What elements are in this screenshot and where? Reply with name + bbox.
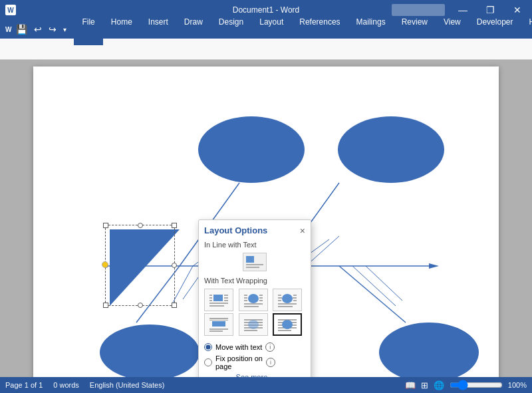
svg-rect-33 bbox=[244, 297, 247, 299]
document-area[interactable]: Layout Options × In Line with Text With … bbox=[0, 60, 532, 377]
svg-rect-34 bbox=[244, 300, 247, 301]
language: English (United States) bbox=[90, 381, 165, 389]
wrap-tight-button[interactable] bbox=[239, 289, 268, 311]
handle-br[interactable] bbox=[172, 303, 177, 308]
view-read-icon[interactable]: 📖 bbox=[405, 380, 416, 390]
tab-mailings[interactable]: Mailings bbox=[348, 14, 394, 45]
ribbon-tabs: File Home Insert Draw Design Layout Refe… bbox=[74, 14, 532, 45]
svg-rect-20 bbox=[246, 264, 263, 265]
svg-rect-47 bbox=[278, 303, 297, 305]
position-options: Move with text i Fix position onpage i bbox=[204, 342, 305, 370]
see-more-link[interactable]: See more... bbox=[204, 373, 305, 377]
popup-title: Layout Options bbox=[204, 225, 267, 235]
inline-wrap-button[interactable] bbox=[243, 253, 267, 271]
tab-help[interactable]: Help bbox=[521, 14, 532, 45]
page-info: Page 1 of 1 bbox=[5, 381, 43, 389]
connector-dot[interactable] bbox=[102, 261, 108, 268]
svg-point-1 bbox=[338, 116, 444, 183]
svg-rect-41 bbox=[278, 295, 281, 296]
svg-point-3 bbox=[100, 325, 200, 377]
svg-rect-45 bbox=[293, 297, 297, 299]
svg-rect-32 bbox=[244, 295, 247, 296]
more-qa-button[interactable]: ▾ bbox=[61, 25, 68, 34]
handle-bm[interactable] bbox=[138, 303, 143, 308]
svg-rect-42 bbox=[278, 297, 282, 299]
tab-view[interactable]: View bbox=[436, 14, 469, 45]
wrap-square-button[interactable] bbox=[204, 289, 233, 311]
svg-line-15 bbox=[173, 266, 193, 303]
tab-home[interactable]: Home bbox=[103, 14, 140, 45]
wrap-through-button[interactable] bbox=[273, 289, 302, 311]
tab-review[interactable]: Review bbox=[394, 14, 436, 45]
svg-point-40 bbox=[282, 294, 293, 303]
svg-rect-29 bbox=[209, 303, 228, 304]
move-info-icon[interactable]: i bbox=[265, 342, 275, 352]
handle-tm[interactable] bbox=[138, 223, 143, 228]
word-count: 0 words bbox=[53, 381, 79, 389]
view-layout-icon[interactable]: ⊞ bbox=[421, 380, 428, 390]
inline-icon-container bbox=[204, 253, 305, 271]
svg-rect-38 bbox=[244, 303, 263, 305]
svg-rect-43 bbox=[278, 300, 281, 301]
svg-point-59 bbox=[248, 320, 259, 329]
svg-point-2 bbox=[379, 323, 479, 377]
layout-options-popup: Layout Options × In Line with Text With … bbox=[198, 219, 311, 377]
wrap-behind-button[interactable] bbox=[239, 313, 268, 336]
svg-line-14 bbox=[339, 266, 406, 323]
handle-tl[interactable] bbox=[103, 223, 108, 228]
move-with-text-option[interactable]: Move with text i bbox=[204, 342, 305, 352]
move-with-text-radio[interactable] bbox=[204, 343, 212, 351]
fix-position-label: Fix position onpage bbox=[215, 354, 263, 370]
svg-rect-35 bbox=[259, 295, 263, 296]
fix-info-icon[interactable]: i bbox=[266, 358, 275, 367]
zoom-slider[interactable] bbox=[450, 380, 503, 390]
svg-point-31 bbox=[248, 294, 259, 303]
zoom-level: 100% bbox=[508, 381, 527, 389]
svg-rect-58 bbox=[244, 330, 257, 331]
tab-draw[interactable]: Draw bbox=[176, 14, 211, 45]
handle-mr[interactable] bbox=[172, 263, 177, 268]
svg-rect-48 bbox=[278, 306, 293, 307]
inline-section-label: In Line with Text bbox=[204, 241, 305, 249]
word-icon: W bbox=[5, 5, 16, 15]
tab-insert[interactable]: Insert bbox=[140, 14, 176, 45]
svg-rect-46 bbox=[293, 300, 297, 301]
redo-qa-button[interactable]: ↪ bbox=[47, 23, 59, 35]
svg-line-18 bbox=[366, 266, 402, 301]
svg-rect-23 bbox=[209, 295, 212, 296]
svg-rect-64 bbox=[278, 330, 291, 331]
svg-rect-36 bbox=[259, 297, 263, 299]
svg-point-65 bbox=[282, 320, 293, 329]
svg-rect-21 bbox=[246, 267, 259, 268]
tab-developer[interactable]: Developer bbox=[469, 14, 521, 45]
popup-close-button[interactable]: × bbox=[300, 226, 305, 235]
svg-rect-27 bbox=[224, 297, 228, 299]
tab-file[interactable]: File bbox=[74, 14, 102, 45]
undo-qa-button[interactable]: ↩ bbox=[32, 23, 44, 35]
title-bar-left: W bbox=[5, 5, 16, 15]
tab-layout[interactable]: Layout bbox=[251, 14, 291, 45]
svg-marker-6 bbox=[429, 263, 439, 269]
svg-rect-49 bbox=[212, 321, 225, 327]
wrap-topbottom-button[interactable] bbox=[204, 313, 233, 336]
tab-references[interactable]: References bbox=[291, 14, 348, 45]
tab-design[interactable]: Design bbox=[211, 14, 251, 45]
view-web-icon[interactable]: 🌐 bbox=[434, 380, 444, 390]
svg-rect-50 bbox=[209, 318, 228, 319]
handle-tr[interactable] bbox=[172, 223, 177, 228]
document-page: Layout Options × In Line with Text With … bbox=[33, 66, 499, 377]
wrap-options-grid bbox=[204, 289, 305, 336]
status-right: 📖 ⊞ 🌐 100% bbox=[405, 380, 527, 390]
wrap-infront-button[interactable] bbox=[273, 313, 302, 336]
app-title: Document1 - Word bbox=[233, 5, 299, 15]
svg-rect-39 bbox=[244, 306, 259, 307]
fix-position-radio[interactable] bbox=[204, 358, 212, 366]
selection-box bbox=[105, 225, 175, 306]
svg-rect-51 bbox=[209, 320, 228, 321]
svg-rect-30 bbox=[209, 305, 224, 307]
handle-bl[interactable] bbox=[103, 303, 108, 308]
status-bar: Page 1 of 1 0 words English (United Stat… bbox=[0, 377, 532, 393]
svg-rect-28 bbox=[224, 300, 228, 301]
fix-position-option[interactable]: Fix position onpage i bbox=[204, 354, 305, 370]
save-qa-button[interactable]: 💾 bbox=[14, 23, 29, 35]
